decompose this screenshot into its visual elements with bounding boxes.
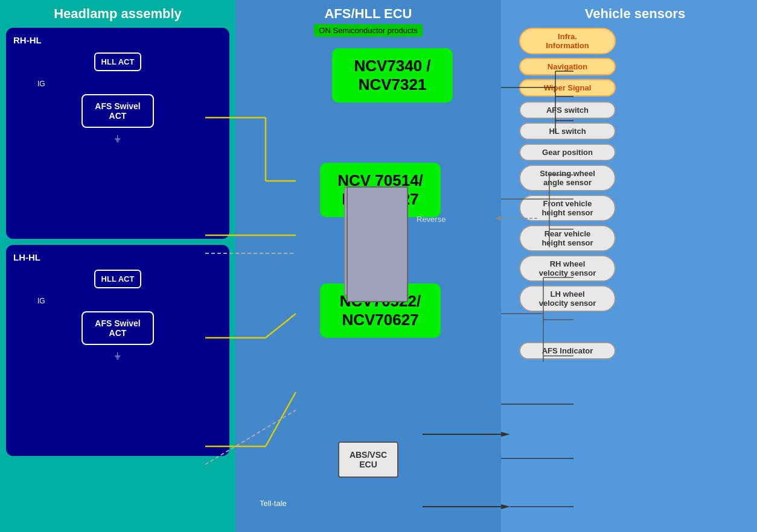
- rh-ig-label: IG: [37, 80, 45, 88]
- ecu-panel: AFS/HLL ECU ON Semiconductor products NC…: [235, 0, 501, 532]
- afs-switch-pill: AFS switch: [519, 101, 616, 119]
- lh-ground: ⏚: [115, 350, 121, 361]
- sensor-infra: Infra.Information: [519, 28, 751, 54]
- lh-hl-label: LH-HL: [13, 252, 222, 262]
- steering-pill: Steering wheelangle sensor: [519, 165, 616, 191]
- sensor-rh-wheel: RH wheelvelocity sensor: [519, 255, 751, 282]
- lh-hll-act: HLL ACT: [94, 270, 142, 288]
- rh-wheel-pill: RH wheelvelocity sensor: [519, 255, 616, 282]
- sensor-list: Infra.Information Navigation Wiper Signa…: [519, 28, 751, 359]
- sensor-afs-indicator: AFS Indicator: [519, 342, 751, 359]
- sensor-lh-wheel: LH wheelvelocity sensor: [519, 285, 751, 312]
- hl-switch-pill: HL switch: [519, 122, 616, 140]
- lh-ig-label: IG: [37, 297, 45, 305]
- front-height-pill: Front vehicleheight sensor: [519, 195, 616, 221]
- abs-vsc-ecu: ABS/VSCECU: [338, 442, 398, 478]
- navigation-pill: Navigation: [519, 58, 616, 75]
- reverse-label: Reverse: [417, 215, 446, 224]
- lh-swivel-act: AFS SwivelACT: [81, 311, 154, 345]
- ecu-title: AFS/HLL ECU: [241, 6, 495, 22]
- tell-tale-label: Tell-tale: [260, 499, 287, 508]
- headlamp-panel: Headlamp assembly RH-HL HLL ACT IG AFS S…: [0, 0, 235, 532]
- on-semi-badge: ON Semiconductor products: [314, 24, 422, 37]
- rh-hl-section: RH-HL HLL ACT IG AFS SwivelACT ⏚: [6, 28, 229, 239]
- ncv1-chip: NCV7340 /NCV7321: [332, 48, 453, 103]
- sensors-panel: Vehicle sensors Infra.Information Naviga…: [501, 0, 757, 532]
- sensor-wiper: Wiper Signal: [519, 79, 751, 97]
- sensor-front-height: Front vehicleheight sensor: [519, 195, 751, 221]
- infra-pill: Infra.Information: [519, 28, 616, 54]
- rh-hl-label: RH-HL: [13, 35, 222, 45]
- lh-hl-section: LH-HL HLL ACT IG AFS SwivelACT ⏚: [6, 245, 229, 456]
- headlamp-title: Headlamp assembly: [6, 6, 229, 22]
- wiper-pill: Wiper Signal: [519, 79, 616, 97]
- rh-hll-act: HLL ACT: [94, 52, 142, 71]
- sensor-gear-position: Gear position: [519, 144, 751, 161]
- lh-wheel-pill: LH wheelvelocity sensor: [519, 285, 616, 312]
- sensor-steering: Steering wheelangle sensor: [519, 165, 751, 191]
- sensors-title: Vehicle sensors: [519, 6, 751, 22]
- sensor-rear-height: Rear vehicleheight sensor: [519, 225, 751, 252]
- ecu-inner-box: [344, 187, 404, 296]
- gear-position-pill: Gear position: [519, 144, 616, 161]
- main-container: Headlamp assembly RH-HL HLL ACT IG AFS S…: [0, 0, 757, 532]
- sensor-hl-switch: HL switch: [519, 122, 751, 140]
- rh-ground: ⏚: [115, 133, 121, 144]
- afs-indicator-pill: AFS Indicator: [519, 342, 616, 359]
- rh-swivel-act: AFS SwivelACT: [81, 94, 154, 128]
- sensor-navigation: Navigation: [519, 58, 751, 75]
- rear-height-pill: Rear vehicleheight sensor: [519, 225, 616, 252]
- sensor-afs-switch: AFS switch: [519, 101, 751, 119]
